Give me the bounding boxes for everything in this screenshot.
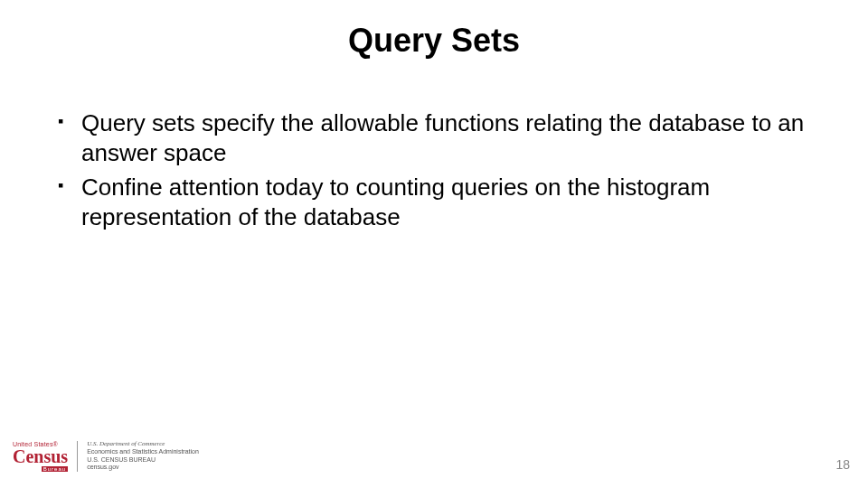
slide-content: Query sets specify the allowable functio… bbox=[54, 108, 814, 237]
department-text: U.S. Department of Commerce Economics an… bbox=[87, 440, 199, 472]
footer: United States® Census Bureau U.S. Depart… bbox=[13, 440, 199, 472]
slide-title: Query Sets bbox=[0, 22, 868, 60]
page-number: 18 bbox=[835, 457, 850, 472]
census-logo: United States® Census Bureau bbox=[13, 441, 68, 472]
logo-main-text: Census bbox=[13, 447, 68, 465]
slide: Query Sets Query sets specify the allowa… bbox=[0, 0, 868, 488]
footer-divider bbox=[77, 441, 78, 472]
dept-line: Economics and Statistics Administration bbox=[87, 448, 199, 456]
logo-sub-text: Bureau bbox=[42, 466, 68, 472]
dept-line: census.gov bbox=[87, 464, 199, 472]
dept-line: U.S. Department of Commerce bbox=[87, 440, 199, 448]
list-item: Confine attention today to counting quer… bbox=[54, 173, 814, 231]
bullet-list: Query sets specify the allowable functio… bbox=[54, 108, 814, 231]
dept-line: U.S. CENSUS BUREAU bbox=[87, 456, 199, 465]
list-item: Query sets specify the allowable functio… bbox=[54, 108, 814, 167]
